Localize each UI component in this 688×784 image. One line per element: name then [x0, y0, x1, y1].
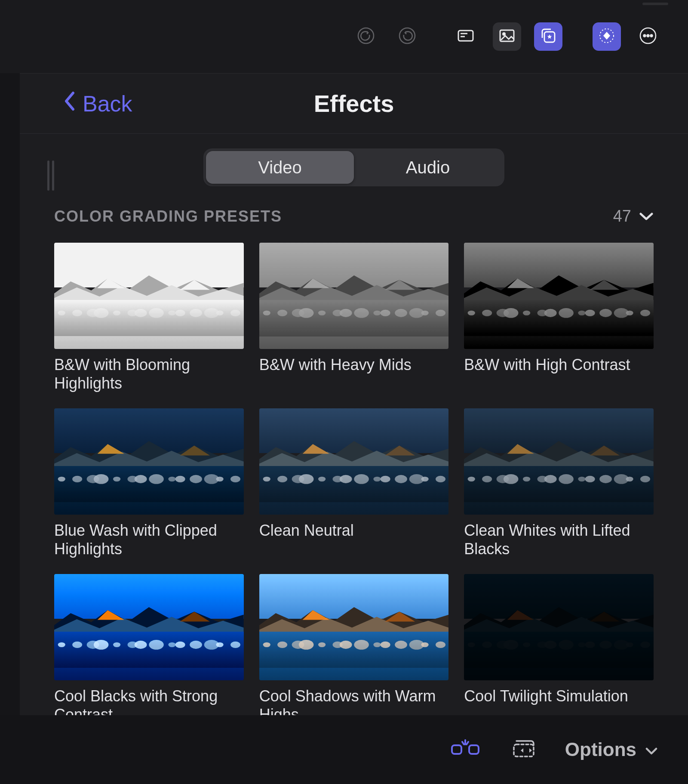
options-label: Options: [565, 739, 636, 760]
effects-type-segmented: Video Audio: [203, 148, 504, 186]
preset-item[interactable]: B&W with Blooming Highlights: [54, 243, 244, 393]
effects-panel: Back Effects Video Audio Color Grading P…: [20, 73, 688, 715]
chevron-down-icon: [639, 207, 654, 225]
preset-item[interactable]: Clean Neutral: [259, 408, 449, 559]
back-label: Back: [83, 91, 132, 117]
preset-thumbnail: [259, 408, 449, 515]
back-button[interactable]: Back: [63, 90, 132, 117]
favorites-icon: [539, 26, 558, 47]
options-button[interactable]: Options: [565, 739, 658, 760]
preset-thumbnail: [259, 243, 449, 349]
svg-rect-139: [452, 745, 461, 754]
preset-thumbnail: [54, 408, 244, 515]
preset-thumbnail: [54, 574, 244, 680]
preset-item[interactable]: B&W with High Contrast: [464, 243, 654, 393]
section-label: Color Grading Presets: [54, 207, 282, 225]
svg-rect-140: [469, 745, 479, 754]
svg-point-12: [651, 35, 653, 37]
chevron-down-icon: [645, 739, 658, 760]
trim-button[interactable]: [507, 732, 541, 767]
preset-item[interactable]: B&W with Heavy Mids: [259, 243, 449, 393]
section-header: Color Grading Presets 47: [20, 186, 688, 234]
panel-header: Back Effects: [20, 74, 688, 134]
preset-grid: B&W with Blooming Highlights B&W with He…: [20, 234, 688, 715]
effects-button[interactable]: [534, 22, 562, 51]
preset-label: Cool Shadows with Warm Highs: [259, 687, 449, 715]
svg-point-6: [503, 33, 505, 35]
preset-thumbnail: [54, 243, 244, 349]
preset-thumbnail: [464, 408, 654, 515]
section-collapse-toggle[interactable]: 47: [613, 207, 654, 225]
panel-title: Effects: [314, 90, 394, 117]
preset-label: B&W with Heavy Mids: [259, 356, 449, 393]
trim-icon: [509, 737, 539, 762]
captions-icon: [456, 26, 475, 47]
preset-label: Clean Neutral: [259, 522, 449, 559]
svg-rect-2: [458, 31, 473, 41]
preset-thumbnail: [464, 574, 654, 680]
preset-label: B&W with High Contrast: [464, 356, 654, 393]
preset-label: Blue Wash with Clipped Highlights: [54, 522, 244, 559]
media-button[interactable]: [493, 22, 521, 51]
preset-item[interactable]: Cool Blacks with Strong Contrast: [54, 574, 244, 715]
keyframe-button[interactable]: [593, 22, 621, 51]
more-icon: [639, 26, 657, 47]
top-toolbar: [0, 0, 688, 73]
svg-line-142: [462, 742, 464, 744]
svg-line-143: [467, 742, 468, 744]
bottom-toolbar: Options: [0, 715, 688, 784]
tab-audio[interactable]: Audio: [354, 151, 502, 184]
snap-icon: [450, 737, 480, 762]
preset-label: B&W with Blooming Highlights: [54, 356, 244, 393]
undo-icon: [356, 26, 375, 47]
tab-video[interactable]: Video: [206, 151, 354, 184]
preset-thumbnail: [464, 243, 654, 349]
preset-label: Cool Twilight Simulation: [464, 687, 654, 715]
preset-label: Cool Blacks with Strong Contrast: [54, 687, 244, 715]
preset-label: Clean Whites with Lifted Blacks: [464, 522, 654, 559]
section-count: 47: [613, 207, 631, 225]
redo-icon: [398, 26, 417, 47]
svg-point-11: [647, 35, 649, 37]
preset-item[interactable]: Blue Wash with Clipped Highlights: [54, 408, 244, 559]
preset-item[interactable]: Clean Whites with Lifted Blacks: [464, 408, 654, 559]
captions-button[interactable]: [452, 22, 480, 51]
preset-item[interactable]: Cool Shadows with Warm Highs: [259, 574, 449, 715]
undo-button[interactable]: [352, 22, 380, 51]
keyframe-icon: [597, 26, 616, 47]
image-icon: [498, 26, 516, 47]
snap-button[interactable]: [448, 732, 482, 767]
cropped-ui-hint: [642, 3, 668, 5]
drag-handle[interactable]: [47, 161, 56, 191]
redo-button[interactable]: [393, 22, 421, 51]
preset-item[interactable]: Cool Twilight Simulation: [464, 574, 654, 715]
svg-point-10: [644, 35, 646, 37]
preset-thumbnail: [259, 574, 449, 680]
more-button[interactable]: [634, 22, 662, 51]
chevron-left-icon: [63, 90, 77, 117]
